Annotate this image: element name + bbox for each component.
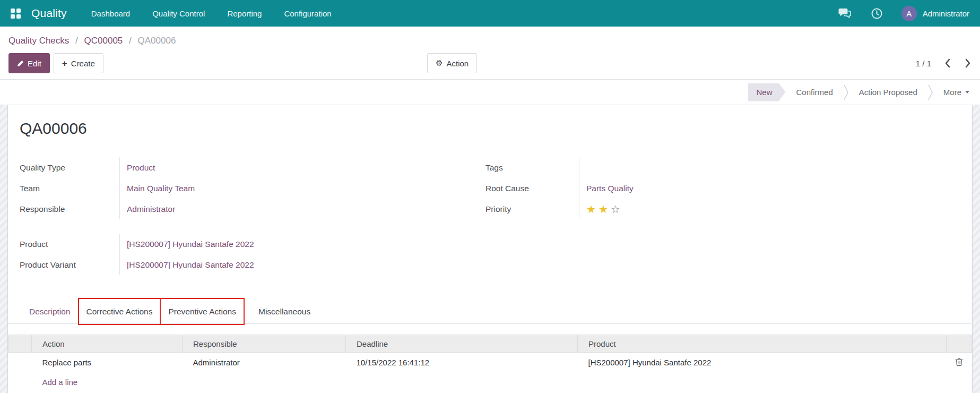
column-header-product: Product [578,335,947,353]
pager-next-icon[interactable] [964,58,972,68]
breadcrumb: Quality Checks / QC00005 / QA00006 [0,27,980,46]
priority-stars[interactable]: ★★☆ [586,204,623,215]
field-root-cause: Root Cause Parts Quality [485,178,960,199]
cell-deadline: 10/15/2022 16:41:12 [346,353,578,372]
tab-description[interactable]: Description [22,300,78,323]
field-responsible: Responsible Administrator [20,199,471,219]
product-value[interactable]: [HS200007] Hyundai Santafe 2022 [127,240,254,249]
pager-previous-icon[interactable] [944,58,951,68]
add-line-row: Add a line [8,372,972,392]
breadcrumb-quality-checks[interactable]: Quality Checks [8,36,69,46]
column-header-action: Action [32,335,183,353]
trash-column-header [947,335,972,353]
control-panel: Quality Checks / QC00005 / QA00006 Edit … [0,27,980,79]
activities-clock-icon[interactable] [871,8,882,19]
star-filled-icon[interactable]: ★ [586,203,599,216]
root-cause-value[interactable]: Parts Quality [586,184,634,193]
breadcrumb-qc00005[interactable]: QC00005 [84,36,123,46]
breadcrumb-separator: / [129,36,132,46]
form-sheet: QA00006 Quality Type Product Team Main Q… [7,105,973,393]
pager: 1 / 1 [916,58,972,68]
field-product: Product [HS200007] Hyundai Santafe 2022 [20,234,471,254]
cell-responsible: Administrator [183,353,346,372]
status-step-confirmed[interactable]: Confirmed [796,88,833,97]
field-team: Team Main Quality Team [20,178,471,199]
table-row[interactable]: Replace parts Administrator 10/15/2022 1… [8,353,972,372]
field-priority: Priority ★★☆ [485,199,960,219]
star-filled-icon[interactable]: ★ [599,203,611,216]
status-step-action-proposed[interactable]: Action Proposed [859,88,917,97]
responsible-value[interactable]: Administrator [127,204,175,214]
app-brand[interactable]: Quality [31,7,67,20]
star-empty-icon[interactable]: ☆ [611,203,623,216]
tab-corrective-actions[interactable]: Corrective Actions [78,298,161,325]
team-value[interactable]: Main Quality Team [127,184,195,193]
handle-column-header [8,335,32,353]
button-row: Edit + Create ⚙ Action 1 / 1 [0,46,980,79]
cell-action: Replace parts [32,353,183,372]
action-menu-button[interactable]: ⚙ Action [427,53,477,73]
product-variant-value[interactable]: [HS200007] Hyundai Santafe 2022 [127,260,254,270]
record-title: QA00006 [20,119,972,138]
breadcrumb-current: QA00006 [138,36,176,46]
field-group-gap [20,219,471,234]
messages-icon[interactable] [838,8,851,19]
menu-dashboard[interactable]: Dashboard [90,1,131,26]
user-name[interactable]: Administrator [923,9,969,18]
edit-button[interactable]: Edit [8,53,50,73]
status-separator [928,84,933,100]
statusbar: New Confirmed Action Proposed More [0,79,980,105]
add-a-line-link[interactable]: Add a line [42,378,78,387]
gear-icon: ⚙ [436,59,443,67]
notebook-tabs: Description Corrective Actions Preventiv… [8,300,972,324]
plus-icon: + [62,59,67,68]
status-step-new[interactable]: New [748,83,786,101]
pager-value[interactable]: 1 / 1 [916,59,931,68]
create-button[interactable]: + Create [54,53,103,73]
field-groups: Quality Type Product Team Main Quality T… [20,157,960,275]
field-group-right: Tags Root Cause Parts Quality Priority ★… [485,157,960,275]
delete-row-trash-icon[interactable] [955,357,963,366]
field-group-left: Quality Type Product Team Main Quality T… [20,157,471,275]
field-quality-type: Quality Type Product [20,157,471,178]
status-separator [844,84,848,100]
top-menu: Dashboard Quality Control Reporting Conf… [90,1,333,26]
column-header-responsible: Responsible [183,335,346,353]
corrective-actions-table: Action Responsible Deadline Product Repl… [8,335,972,392]
table-header-row: Action Responsible Deadline Product [8,335,972,353]
menu-quality-control[interactable]: Quality Control [151,1,206,26]
breadcrumb-separator: / [75,36,78,46]
field-product-variant: Product Variant [HS200007] Hyundai Santa… [20,254,471,275]
pencil-icon [17,60,24,67]
apps-grid-icon[interactable] [11,8,21,19]
status-step-more[interactable]: More [943,88,969,97]
tab-preventive-actions[interactable]: Preventive Actions [160,298,245,325]
cell-product: [HS200007] Hyundai Santafe 2022 [578,353,947,372]
caret-down-icon [965,91,969,93]
field-tags: Tags [485,157,960,178]
sheet-background: QA00006 Quality Type Product Team Main Q… [0,105,980,393]
user-avatar[interactable]: A [901,6,917,21]
tab-miscellaneous[interactable]: Miscellaneous [251,300,318,323]
menu-reporting[interactable]: Reporting [226,1,263,26]
row-handle-cell [8,353,32,372]
top-navbar: Quality Dashboard Quality Control Report… [0,0,980,27]
menu-configuration[interactable]: Configuration [283,1,332,26]
column-header-deadline: Deadline [346,335,578,353]
quality-type-value[interactable]: Product [127,163,155,173]
